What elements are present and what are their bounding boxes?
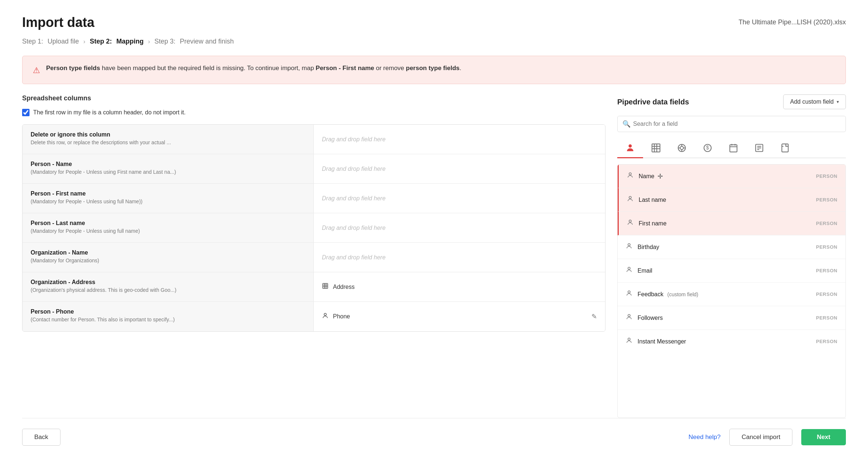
list-item[interactable]: Email PERSON [618,259,846,283]
field-type: PERSON [816,339,837,344]
person-icon [626,314,632,322]
steps-bar: Step 1: Upload file › Step 2: Mapping › … [22,38,846,45]
step1-label: Step 1: [22,38,43,45]
col-target[interactable]: Address [314,272,605,301]
edit-icon[interactable]: ✎ [591,312,597,321]
col-sub: (Mandatory for People - Unless using ful… [31,198,305,204]
col-sub: (Mandatory for Organizations) [31,258,305,263]
person-icon [627,219,633,228]
field-name: Last name [639,197,666,203]
main-content: Spreadsheet columns The first row in my … [22,94,846,418]
svg-point-33 [628,243,630,246]
svg-point-30 [629,173,631,175]
person-icon [322,312,329,321]
pipedrive-fields-title: Pipedrive data fields [617,98,689,106]
col-target[interactable]: Drag and drop field here [314,243,605,272]
alert-banner: ⚠ Person type fields have been mapped bu… [22,56,846,84]
person-icon [626,337,632,346]
drag-placeholder: Drag and drop field here [322,254,386,261]
col-source: Organization - Name (Mandatory for Organ… [22,243,314,272]
step2-chevron: › [148,38,150,45]
header-row-checkbox[interactable] [22,109,29,116]
field-name: First name [639,220,667,227]
list-item[interactable]: Followers PERSON [618,306,846,330]
svg-point-31 [629,196,631,198]
col-title: Delete or ignore this column [31,131,305,138]
table-row: Person - Phone (Contact number for Perso… [22,302,605,331]
drag-placeholder: Drag and drop field here [322,136,386,143]
bottom-bar: Back Need help? Cancel import Next [22,418,846,456]
tab-note[interactable] [746,139,772,158]
step2-label: Step 2: [90,38,112,45]
spreadsheet-label: Spreadsheet columns [22,94,605,102]
col-source: Person - Last name (Mandatory for People… [22,213,314,242]
col-title: Person - First name [31,190,305,197]
col-target[interactable]: Drag and drop field here [314,154,605,183]
col-target[interactable]: Drag and drop field here [314,184,605,213]
col-title: Person - Last name [31,220,305,227]
tab-file[interactable] [772,139,798,158]
field-name: Name [639,173,655,180]
field-type: PERSON [816,315,837,321]
warning-icon: ⚠ [33,64,40,76]
person-icon [626,266,632,275]
svg-point-5 [324,313,326,315]
col-target[interactable]: Drag and drop field here [314,213,605,242]
tab-deal[interactable] [669,139,695,158]
col-source: Person - Name (Mandatory for People - Un… [22,154,314,183]
top-bar: Import data The Ultimate Pipe...LISH (20… [22,15,846,30]
person-icon [626,243,632,251]
drag-placeholder: Drag and drop field here [322,195,386,202]
tab-person[interactable] [617,139,643,158]
category-tabs: $ [617,139,846,158]
field-name: Feedback (custom field) [638,291,698,298]
step1-chevron: › [83,38,85,45]
svg-point-35 [628,291,630,293]
tab-price[interactable]: $ [695,139,721,158]
svg-rect-7 [652,144,660,152]
list-item[interactable]: Last name PERSON [618,188,846,212]
add-custom-field-button[interactable]: Add custom field ▾ [783,94,846,109]
table-row: Person - Name (Mandatory for People - Un… [22,154,605,184]
svg-point-36 [628,314,630,317]
file-name: The Ultimate Pipe...LISH (2020).xlsx [739,18,846,26]
field-type: PERSON [816,244,837,250]
search-icon: 🔍 [622,120,631,128]
chevron-down-icon: ▾ [837,99,839,104]
mapped-field-name: Phone [333,313,350,320]
col-sub: (Contact number for Person. This also is… [31,317,305,322]
custom-tag: (custom field) [667,291,698,297]
tab-organization[interactable] [643,139,669,158]
svg-point-32 [629,220,631,222]
drag-placeholder: Drag and drop field here [322,166,386,172]
move-icon: ✛ [657,172,663,180]
step3-name: Preview and finish [180,38,234,45]
mapped-field-name: Address [333,284,355,290]
search-input[interactable] [617,116,846,132]
list-item[interactable]: Birthday PERSON [618,235,846,259]
col-target[interactable]: Phone ✎ [314,302,605,331]
person-icon [627,196,633,204]
field-type: PERSON [816,221,837,226]
table-row: Organization - Name (Mandatory for Organ… [22,243,605,272]
drag-placeholder: Drag and drop field here [322,225,386,231]
step1-name: Upload file [48,38,79,45]
cancel-button[interactable]: Cancel import [729,429,792,446]
field-name: Email [638,267,652,274]
list-item[interactable]: First name PERSON [618,212,846,235]
list-item[interactable]: Instant Messenger PERSON [618,330,846,353]
right-panel: Pipedrive data fields Add custom field ▾… [617,94,846,418]
field-type: PERSON [816,268,837,273]
tab-calendar[interactable] [721,139,746,158]
person-icon [627,172,633,180]
left-panel: Spreadsheet columns The first row in my … [22,94,605,418]
need-help-link[interactable]: Need help? [688,433,721,441]
col-title: Person - Name [31,161,305,167]
col-target[interactable]: Drag and drop field here [314,125,605,154]
next-button[interactable]: Next [801,429,846,445]
checkbox-row: The first row in my file is a column hea… [22,109,605,116]
list-item[interactable]: Feedback (custom field) PERSON [618,283,846,306]
back-button[interactable]: Back [22,429,60,446]
list-item[interactable]: Name ✛ PERSON [618,165,846,188]
building-icon [322,283,329,291]
